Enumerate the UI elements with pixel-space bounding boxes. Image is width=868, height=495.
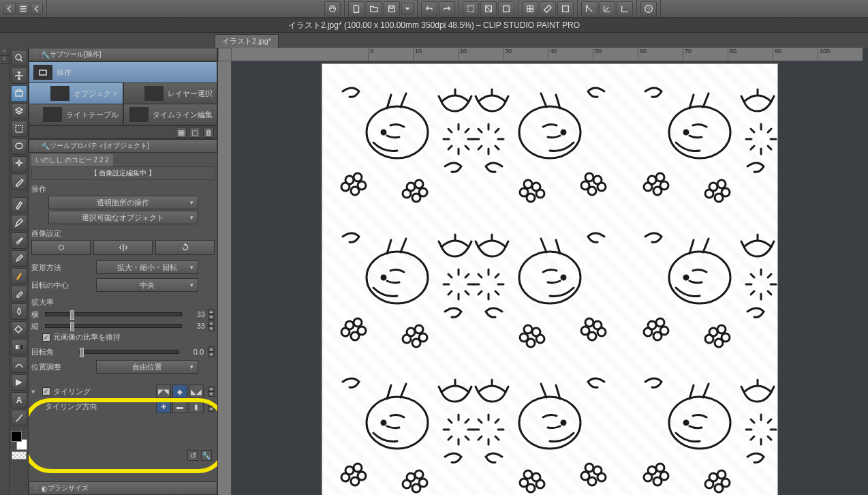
- snap-grid-icon[interactable]: [617, 1, 633, 16]
- lasso-tool-icon[interactable]: [11, 138, 27, 155]
- ruler-icon[interactable]: [540, 1, 556, 16]
- rotate-reset-button[interactable]: [31, 240, 91, 255]
- new-subtool-icon[interactable]: ▦: [176, 127, 187, 138]
- clear-selection-icon[interactable]: [480, 1, 497, 16]
- snap-special-icon[interactable]: [599, 1, 615, 16]
- transparent-color[interactable]: [12, 451, 27, 460]
- properties-panel: ⋮⋮🔧サブツール[操作] 操作 オブジェクト レイヤー選択 ライトテーブル タイ…: [29, 48, 218, 495]
- correct-line-tool-icon[interactable]: [11, 410, 27, 426]
- scale-h-slider[interactable]: [45, 312, 182, 316]
- tiling-dir-both[interactable]: ✚: [156, 400, 171, 413]
- snap-ruler-icon[interactable]: [581, 1, 598, 16]
- tiling-mode-2[interactable]: ◆: [172, 385, 187, 398]
- transparent-operation-dropdown[interactable]: 透明箇所の操作: [48, 196, 198, 209]
- scale-h-up[interactable]: ▲: [208, 309, 215, 314]
- position-label: 位置調整: [31, 362, 75, 372]
- subtool-object[interactable]: オブジェクト: [29, 83, 123, 104]
- blend-tool-icon[interactable]: [11, 303, 27, 320]
- document-tabs: イラスト2.jpg*: [0, 33, 868, 48]
- move-tool-icon[interactable]: [11, 68, 27, 84]
- snap-icon[interactable]: [557, 1, 574, 16]
- subtool-panel-header[interactable]: ⋮⋮🔧サブツール[操作]: [29, 48, 217, 61]
- maintain-ratio-checkbox[interactable]: ✓: [42, 333, 50, 342]
- rot-down[interactable]: ▼: [208, 352, 215, 357]
- subtool-operation[interactable]: 操作: [29, 61, 217, 83]
- subtool-timeline-edit[interactable]: タイムライン編集: [123, 104, 218, 125]
- tiling-mode-3[interactable]: ◣◢: [189, 385, 204, 398]
- canvas-viewport[interactable]: [232, 61, 868, 495]
- dropdown-icon[interactable]: [401, 3, 414, 15]
- tiling-dir-h[interactable]: ▬: [172, 400, 187, 413]
- subtool-light-table[interactable]: ライトテーブル: [29, 104, 123, 125]
- position-dropdown[interactable]: 自由位置: [96, 360, 198, 374]
- primary-color[interactable]: [11, 431, 22, 442]
- text-tool-icon[interactable]: A: [11, 392, 27, 408]
- marquee-tool-icon[interactable]: [11, 121, 27, 137]
- image-settings-label: 画像設定: [31, 228, 215, 239]
- rotate-button[interactable]: [155, 240, 215, 255]
- airbrush-tool-icon[interactable]: [11, 250, 27, 267]
- menu-icon[interactable]: [17, 3, 29, 15]
- new-file-icon[interactable]: [348, 1, 365, 16]
- duplicate-subtool-icon[interactable]: ▢: [189, 127, 200, 138]
- rotation-slider[interactable]: [79, 350, 179, 354]
- brush-tool-icon[interactable]: [11, 232, 27, 249]
- invert-selection-icon[interactable]: [498, 1, 514, 16]
- scale-v-slider[interactable]: [45, 324, 182, 328]
- svg-text:A: A: [16, 395, 22, 405]
- rot-up[interactable]: ▲: [208, 346, 215, 352]
- maintain-ratio-label: 元画像の比率を維持: [53, 332, 121, 342]
- pencil-tool-icon[interactable]: [11, 215, 27, 231]
- pen-tool-icon[interactable]: [11, 197, 27, 213]
- tab-current-file[interactable]: イラスト2.jpg*: [215, 34, 279, 48]
- brush-size-header[interactable]: ⋮⋮◐ブラシサイズ: [29, 481, 217, 495]
- gradient-tool-icon[interactable]: [11, 339, 27, 355]
- tiling-checkbox[interactable]: ✓: [42, 387, 50, 395]
- grid-icon[interactable]: [522, 1, 538, 16]
- editing-banner: 【 画像設定編集中 】: [31, 166, 215, 180]
- color-swatches[interactable]: [11, 431, 27, 450]
- save-icon[interactable]: [384, 1, 400, 16]
- scale-h-down[interactable]: ▼: [208, 314, 215, 320]
- zoom-tool-icon[interactable]: [11, 50, 27, 66]
- transform-method-dropdown[interactable]: 拡大・縮小・回転: [96, 260, 198, 274]
- nav-back-icon[interactable]: [31, 3, 43, 15]
- help-icon[interactable]: ?: [640, 1, 657, 16]
- scale-v-down[interactable]: ▼: [208, 326, 215, 331]
- artboard[interactable]: [322, 64, 777, 495]
- fill-tool-icon[interactable]: [11, 321, 27, 338]
- tiling-mode-1[interactable]: ◤◥: [156, 385, 171, 398]
- reset-tool-icon[interactable]: ↺: [187, 450, 198, 461]
- panel-collapse-strip[interactable]: «≡: [0, 48, 10, 495]
- tiling-dir-v[interactable]: ▮: [189, 400, 204, 413]
- collapse-left-icon[interactable]: [3, 3, 16, 15]
- select-icon[interactable]: [463, 1, 479, 16]
- flip-h-button[interactable]: [93, 240, 153, 255]
- frame-tool-icon[interactable]: [11, 374, 27, 391]
- scale-label: 拡大率: [31, 297, 215, 308]
- eyedropper-tool-icon[interactable]: [11, 174, 27, 190]
- delete-subtool-icon[interactable]: 🗑: [203, 127, 214, 138]
- clip-studio-icon[interactable]: [324, 1, 341, 16]
- vertical-ruler: [218, 61, 232, 495]
- tool-settings-icon[interactable]: 🔧: [201, 450, 212, 461]
- undo-icon[interactable]: [421, 1, 437, 16]
- rotation-center-dropdown[interactable]: 中央: [96, 278, 198, 292]
- object-tool-icon[interactable]: [11, 85, 27, 102]
- selectable-object-dropdown[interactable]: 選択可能なオブジェクト: [48, 211, 198, 224]
- subtool-layer-select[interactable]: レイヤー選択: [123, 83, 218, 104]
- wand-tool-icon[interactable]: [11, 156, 27, 172]
- tiling-collapse-icon[interactable]: ▾: [31, 387, 38, 396]
- scale-v-value: 33: [185, 322, 205, 330]
- object-name-tag: いのしし のコピー 2 2 2: [31, 154, 113, 166]
- eraser-tool-icon[interactable]: [11, 286, 27, 302]
- svg-rect-14: [40, 70, 46, 75]
- move-layer-tool-icon[interactable]: [11, 103, 27, 119]
- scale-v-up[interactable]: ▲: [208, 320, 215, 326]
- redo-icon[interactable]: [439, 1, 455, 16]
- open-file-icon[interactable]: [366, 1, 382, 16]
- figure-tool-icon[interactable]: [11, 357, 27, 373]
- decoration-tool-icon[interactable]: [11, 268, 27, 284]
- rotation-center-label: 回転の中心: [31, 280, 75, 290]
- tool-property-header[interactable]: ⋮⋮🔧ツールプロパティ[オブジェクト]: [29, 139, 217, 153]
